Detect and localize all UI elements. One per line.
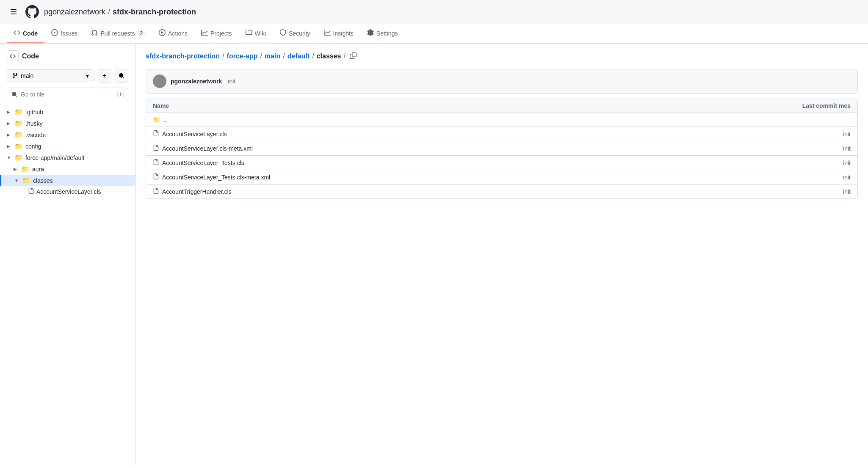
breadcrumb-sep: / [283, 52, 285, 60]
chevron-right-icon: ▶ [14, 167, 19, 171]
branch-area: main ▾ + [0, 69, 135, 88]
file-row[interactable]: AccountServiceLayer_Tests.cls-meta.xml i… [146, 170, 857, 184]
hamburger-button[interactable] [7, 5, 20, 19]
tab-issues-label: Issues [61, 30, 77, 37]
copy-path-button[interactable] [350, 52, 357, 61]
search-files-button[interactable] [115, 69, 128, 83]
tree-item-husky[interactable]: ▶ 📁 .husky [0, 118, 135, 129]
tree-item-accountservicelayer[interactable]: ▶ AccountServiceLayer.cls [0, 186, 135, 197]
tab-actions-label: Actions [168, 30, 188, 37]
top-nav: pgonzaleznetwork / sfdx-branch-protectio… [0, 0, 868, 24]
tree-item-classes[interactable]: ▼ 📁 classes [0, 175, 135, 186]
file-table: Name Last commit mes 📁 .. AccountService… [146, 99, 858, 199]
tree-item-github[interactable]: ▶ 📁 .github [0, 106, 135, 118]
tab-code[interactable]: Code [7, 24, 44, 43]
tree-item-vscode[interactable]: ▶ 📁 .vscode [0, 129, 135, 140]
file-link[interactable]: AccountServiceLayer_Tests.cls [162, 160, 244, 166]
folder-icon: 📁 [14, 154, 23, 162]
tree-item-label: force-app/main/default [25, 154, 84, 161]
folder-icon: 📁 [14, 108, 23, 116]
commit-message: init [228, 78, 235, 85]
tab-security-label: Security [289, 30, 310, 37]
col-name-header: Name [153, 102, 724, 109]
folder-icon: 📁 [22, 176, 30, 184]
breadcrumb-current: classes [317, 52, 341, 60]
file-icon [153, 159, 159, 166]
breadcrumb-repo-link[interactable]: sfdx-branch-protection [146, 52, 220, 60]
breadcrumb-default-link[interactable]: default [287, 52, 310, 60]
tree-item-label: config [25, 143, 41, 150]
tab-pr-label: Pull requests [100, 30, 135, 37]
search-shortcut: t [117, 91, 124, 98]
tab-nav: Code Issues Pull requests 2 Actions Proj… [0, 24, 868, 44]
file-icon [153, 130, 159, 138]
security-icon [279, 29, 286, 37]
tree-item-label: classes [33, 177, 53, 184]
breadcrumb-forceapp-link[interactable]: force-app [227, 52, 258, 60]
tree-item-force-app[interactable]: ▼ 📁 force-app/main/default [0, 152, 135, 163]
actions-icon [159, 29, 166, 37]
file-link[interactable]: AccountServiceLayer.cls-meta.xml [162, 145, 253, 152]
settings-icon [367, 29, 374, 37]
tab-issues[interactable]: Issues [44, 24, 84, 43]
tab-wiki[interactable]: Wiki [239, 24, 273, 43]
file-name: AccountServiceLayer.cls [162, 131, 720, 138]
repo-name: sfdx-branch-protection [113, 8, 196, 17]
file-row[interactable]: 📁 .. [146, 113, 857, 127]
branch-selector[interactable]: main ▾ [7, 69, 94, 82]
commit-msg: init [724, 160, 851, 166]
pr-icon [91, 29, 98, 37]
file-name: AccountServiceLayer.cls-meta.xml [162, 145, 720, 152]
file-row[interactable]: AccountTriggerHandler.cls init [146, 184, 857, 198]
folder-icon: 📁 [14, 119, 23, 127]
file-icon [28, 188, 34, 195]
search-area: t [0, 88, 135, 106]
avatar [153, 74, 166, 88]
go-to-file-search[interactable]: t [7, 88, 128, 101]
breadcrumb-sep: / [312, 52, 314, 60]
chevron-down-icon: ▼ [7, 155, 12, 160]
file-row[interactable]: AccountServiceLayer.cls-meta.xml init [146, 141, 857, 156]
chevron-right-icon: ▶ [7, 121, 12, 126]
file-link[interactable]: AccountServiceLayer_Tests.cls-meta.xml [162, 174, 270, 181]
chevron-right-icon: ▶ [7, 132, 12, 137]
file-name: AccountServiceLayer_Tests.cls [162, 160, 720, 166]
tab-projects[interactable]: Projects [194, 24, 239, 43]
insights-icon [324, 29, 331, 37]
commit-msg: init [724, 131, 851, 138]
tab-pull-requests[interactable]: Pull requests 2 [84, 24, 152, 43]
tree-item-label: aura [32, 166, 44, 173]
folder-icon: 📁 [153, 116, 160, 123]
tree-item-label: .vscode [25, 132, 46, 138]
breadcrumb-main-link[interactable]: main [265, 52, 280, 60]
code-icon [14, 29, 20, 37]
tab-actions[interactable]: Actions [152, 24, 194, 43]
tree-item-label: .github [25, 109, 43, 116]
sidebar-title: Code [22, 52, 39, 60]
folder-icon: 📁 [21, 165, 30, 173]
tree-item-config[interactable]: ▶ 📁 config [0, 140, 135, 152]
file-name: AccountTriggerHandler.cls [162, 188, 720, 195]
chevron-right-icon: ▶ [7, 144, 12, 149]
tab-insights[interactable]: Insights [317, 24, 360, 43]
repo-owner: pgonzaleznetwork [44, 8, 105, 17]
add-file-button[interactable]: + [98, 69, 111, 83]
tab-settings[interactable]: Settings [360, 24, 405, 43]
tree-item-aura[interactable]: ▶ 📁 aura [0, 163, 135, 175]
chevron-right-icon: ▶ [7, 110, 12, 114]
file-link[interactable]: AccountTriggerHandler.cls [162, 188, 232, 195]
file-icon [153, 173, 159, 181]
file-link[interactable]: AccountServiceLayer.cls [162, 131, 227, 138]
breadcrumb-sep: / [343, 52, 345, 60]
content-area: sfdx-branch-protection / force-app / mai… [135, 44, 868, 465]
main-layout: Code main ▾ + t ▶ 📁 .github [0, 44, 868, 465]
file-table-header: Name Last commit mes [146, 99, 857, 113]
chevron-down-icon: ▾ [86, 72, 89, 79]
go-to-file-input[interactable] [21, 91, 114, 98]
file-row[interactable]: AccountServiceLayer_Tests.cls init [146, 156, 857, 170]
sidebar-header: Code [0, 50, 135, 69]
file-link[interactable]: .. [163, 116, 167, 123]
tab-security[interactable]: Security [273, 24, 317, 43]
file-row[interactable]: AccountServiceLayer.cls init [146, 127, 857, 141]
wiki-icon [246, 29, 252, 37]
